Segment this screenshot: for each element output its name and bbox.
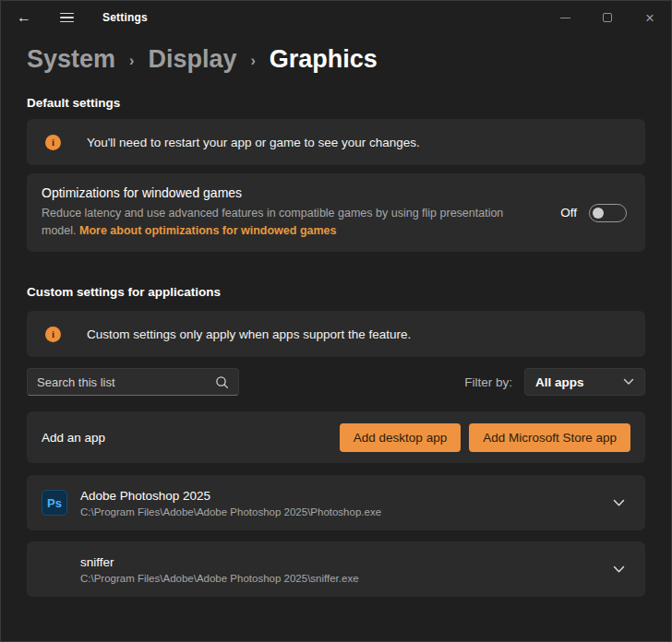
info-icon: i [45,135,61,150]
search-filter-row: Filter by: All apps [27,368,645,396]
custom-info-banner: i Custom settings only apply when apps s… [27,311,645,357]
chevron-down-icon [613,565,625,574]
add-app-label: Add an app [42,431,105,445]
default-settings-heading: Default settings [27,96,645,110]
info-icon: i [45,327,61,342]
optimizations-learn-more-link[interactable]: More about optimizations for windowed ga… [79,224,337,237]
minimize-button[interactable] [544,2,586,33]
app-row-photoshop[interactable]: Ps Adobe Photoshop 2025 C:\Program Files… [27,475,645,530]
minimize-icon [560,18,570,18]
breadcrumb-graphics: Graphics [270,45,378,74]
toggle-state-label: Off [560,206,577,220]
add-store-app-button[interactable]: Add Microsoft Store app [469,423,630,452]
filter-dropdown[interactable]: All apps [524,368,645,396]
optimizations-card: Optimizations for windowed games Reduce … [27,173,645,252]
close-icon: × [645,10,654,26]
breadcrumb-system[interactable]: System [27,45,115,74]
filter-dropdown-value: All apps [535,375,584,389]
breadcrumb: System › Display › Graphics [1,34,671,74]
menu-icon[interactable] [51,4,82,31]
close-button[interactable]: × [629,2,671,33]
search-input[interactable] [37,375,215,389]
maximize-icon [603,13,612,22]
custom-info-text: Custom settings only apply when apps sup… [87,327,411,341]
titlebar: ← Settings × [1,1,671,34]
restart-info-text: You'll need to restart your app or game … [87,136,420,149]
chevron-down-icon [613,499,625,507]
app-path: C:\Program Files\Adobe\Adobe Photoshop 2… [80,506,381,517]
optimizations-toggle[interactable] [589,204,627,222]
app-row-sniffer[interactable]: sniffer C:\Program Files\Adobe\Adobe Pho… [27,541,645,597]
restart-info-banner: i You'll need to restart your app or gam… [27,119,645,165]
app-icon-placeholder [42,556,67,582]
expand-button[interactable] [613,499,625,507]
custom-settings-heading: Custom settings for applications [27,285,645,299]
maximize-button[interactable] [586,2,629,33]
add-app-row: Add an app Add desktop app Add Microsoft… [27,411,645,463]
app-name: sniffer [80,555,359,569]
optimizations-description: Reduce latency and use advanced features… [42,205,508,240]
toggle-knob [593,208,604,219]
chevron-down-icon [623,378,634,386]
app-title: Settings [102,11,148,24]
optimizations-title: Optimizations for windowed games [42,185,508,200]
breadcrumb-display[interactable]: Display [148,45,236,74]
back-icon[interactable]: ← [8,4,40,31]
photoshop-app-icon: Ps [42,490,67,516]
breadcrumb-separator-icon: › [250,50,255,69]
search-box[interactable] [27,368,239,396]
filter-by-label: Filter by: [464,375,512,389]
app-name: Adobe Photoshop 2025 [80,489,381,503]
expand-button[interactable] [613,565,625,574]
search-icon [215,375,229,389]
breadcrumb-separator-icon: › [129,50,134,69]
app-path: C:\Program Files\Adobe\Adobe Photoshop 2… [80,573,359,584]
add-desktop-app-button[interactable]: Add desktop app [340,423,461,452]
